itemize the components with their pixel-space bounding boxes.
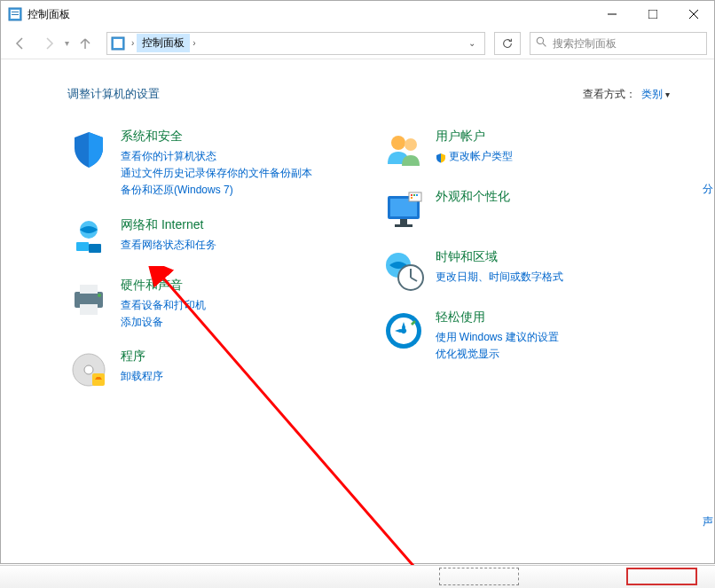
svg-rect-3 — [12, 14, 19, 15]
svg-rect-2 — [12, 12, 19, 12]
up-button[interactable] — [73, 31, 98, 56]
category-system-security: 系统和安全 查看你的计算机状态 通过文件历史记录保存你的文件备份副本 备份和还原… — [67, 129, 356, 200]
breadcrumb[interactable]: › 控制面板 › ⌄ — [106, 32, 485, 55]
category-link[interactable]: 更改帐户类型 — [436, 148, 671, 165]
control-panel-icon — [8, 7, 22, 21]
svg-rect-31 — [413, 194, 415, 196]
category-link[interactable]: 更改日期、时间或数字格式 — [436, 269, 671, 286]
forward-button[interactable] — [36, 31, 61, 56]
svg-rect-33 — [411, 197, 412, 199]
svg-rect-17 — [80, 304, 98, 315]
chevron-down-icon: ▾ — [665, 90, 670, 99]
svg-point-24 — [405, 138, 417, 151]
bottom-strip — [0, 565, 715, 588]
svg-rect-27 — [400, 219, 407, 224]
close-button[interactable] — [673, 1, 714, 27]
viewby-dropdown[interactable]: 类别 ▾ — [641, 87, 670, 102]
category-title[interactable]: 轻松使用 — [436, 310, 671, 325]
category-title[interactable]: 硬件和声音 — [121, 278, 356, 294]
viewby: 查看方式： 类别 ▾ — [583, 87, 670, 102]
category-title[interactable]: 用户帐户 — [436, 129, 671, 145]
refresh-button[interactable] — [494, 32, 521, 55]
viewby-label: 查看方式： — [583, 87, 636, 102]
printer-icon — [67, 278, 110, 320]
users-icon — [382, 129, 425, 171]
category-title[interactable]: 外观和个性化 — [436, 189, 671, 205]
uac-shield-icon — [436, 152, 446, 162]
back-button[interactable] — [8, 31, 33, 56]
svg-rect-28 — [395, 224, 412, 227]
partial-element — [439, 568, 519, 585]
svg-line-11 — [543, 43, 546, 46]
clock-globe-icon — [382, 249, 425, 292]
svg-rect-14 — [89, 244, 101, 253]
category-ease-of-access: 轻松使用 使用 Windows 建议的设置 优化视觉显示 — [382, 310, 671, 363]
category-title[interactable]: 系统和安全 — [121, 129, 356, 145]
titlebar: 控制面板 — [1, 1, 714, 27]
category-title[interactable]: 程序 — [121, 349, 356, 365]
svg-rect-16 — [80, 285, 98, 294]
minimize-button[interactable] — [592, 1, 632, 27]
category-link[interactable]: 通过文件历史记录保存你的文件备份副本 — [121, 165, 356, 182]
window-title: 控制面板 — [28, 7, 592, 22]
shield-icon — [67, 129, 110, 171]
edge-partial-text: 分 — [703, 182, 713, 197]
partial-highlight — [626, 568, 697, 585]
chevron-right-icon[interactable]: › — [129, 38, 137, 48]
svg-point-21 — [84, 365, 93, 374]
svg-rect-32 — [416, 194, 418, 196]
search-input[interactable] — [553, 37, 701, 50]
monitor-icon — [382, 189, 425, 231]
content-area: 调整计算机的设置 查看方式： 类别 ▾ 系统和安全 查看你的计算机状态 通过文件 — [1, 59, 714, 427]
disc-icon — [67, 349, 110, 391]
category-link[interactable]: 备份和还原(Windows 7) — [121, 182, 356, 199]
breadcrumb-icon — [111, 36, 125, 51]
svg-point-18 — [98, 294, 101, 297]
category-user-accounts: 用户帐户 更改帐户类型 — [382, 129, 671, 171]
category-title[interactable]: 网络和 Internet — [121, 217, 356, 233]
svg-point-10 — [537, 37, 543, 43]
category-link[interactable]: 使用 Windows 建议的设置 — [436, 329, 671, 346]
category-link[interactable]: 查看设备和打印机 — [121, 297, 356, 314]
svg-rect-30 — [411, 194, 412, 196]
breadcrumb-current[interactable]: 控制面板 — [137, 34, 190, 52]
right-column: 用户帐户 更改帐户类型 外观和个性化 — [382, 129, 671, 409]
category-title[interactable]: 时钟和区域 — [436, 249, 671, 265]
category-link[interactable]: 优化视觉显示 — [436, 346, 671, 363]
left-column: 系统和安全 查看你的计算机状态 通过文件历史记录保存你的文件备份副本 备份和还原… — [67, 129, 356, 409]
svg-rect-13 — [76, 242, 89, 251]
svg-rect-5 — [648, 10, 657, 19]
network-icon — [67, 217, 110, 260]
category-link[interactable]: 卸载程序 — [121, 368, 356, 385]
svg-point-23 — [391, 136, 405, 150]
category-programs: 程序 卸载程序 — [67, 349, 356, 391]
chevron-right-icon[interactable]: › — [190, 38, 198, 48]
page-heading: 调整计算机的设置 — [67, 86, 160, 102]
searchbox[interactable] — [530, 32, 707, 55]
maximize-button[interactable] — [632, 1, 673, 27]
category-clock-region: 时钟和区域 更改日期、时间或数字格式 — [382, 249, 671, 292]
category-link[interactable]: 添加设备 — [121, 314, 356, 331]
recent-chevron-icon[interactable]: ▾ — [65, 38, 69, 48]
category-network: 网络和 Internet 查看网络状态和任务 — [67, 217, 356, 260]
category-link[interactable]: 查看网络状态和任务 — [121, 237, 356, 254]
category-link[interactable]: 查看你的计算机状态 — [121, 148, 356, 165]
control-panel-window: 控制面板 ▾ › 控制面板 › ⌄ — [0, 0, 715, 564]
ease-of-access-icon — [382, 310, 425, 352]
svg-rect-9 — [114, 39, 122, 48]
navbar: ▾ › 控制面板 › ⌄ — [1, 27, 714, 59]
svg-point-40 — [401, 328, 406, 333]
category-hardware-sound: 硬件和声音 查看设备和打印机 添加设备 — [67, 278, 356, 331]
category-appearance: 外观和个性化 — [382, 189, 671, 231]
breadcrumb-dropdown-icon[interactable]: ⌄ — [463, 38, 481, 48]
search-icon — [536, 36, 547, 51]
edge-partial-text: 声 — [703, 514, 713, 529]
